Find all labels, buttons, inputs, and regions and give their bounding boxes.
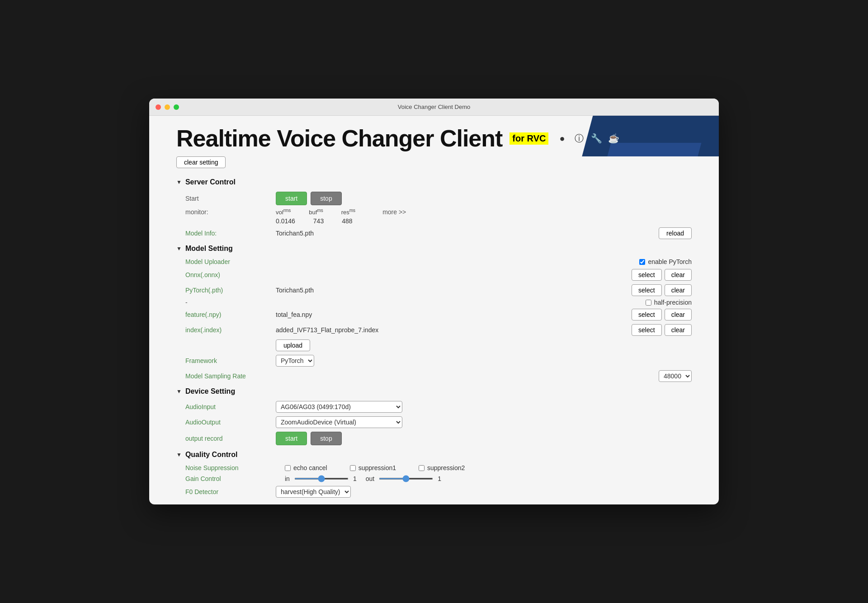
- content-area: clear setting ▼ Server Control Start sta…: [149, 156, 719, 504]
- suppression2-checkbox[interactable]: [419, 465, 425, 471]
- maximize-button[interactable]: [174, 104, 179, 110]
- server-control-arrow[interactable]: ▼: [176, 179, 182, 185]
- output-record-start-button[interactable]: start: [276, 432, 307, 445]
- index-select-button[interactable]: select: [632, 324, 662, 336]
- monitor-row: monitor: volrms bufms resms more >>: [176, 207, 692, 217]
- quality-control-arrow[interactable]: ▼: [176, 452, 182, 458]
- suppression2-text: suppression2: [427, 464, 465, 471]
- half-precision-row: - half-precision: [176, 298, 692, 307]
- gain-control-row: Gain Control in 1 out 1: [176, 473, 692, 484]
- vol-value-cell: 0.0146: [276, 217, 295, 225]
- half-precision-label: half-precision: [646, 299, 692, 306]
- stop-button[interactable]: stop: [311, 192, 341, 205]
- vol-unit: rms: [283, 208, 291, 213]
- model-setting-arrow[interactable]: ▼: [176, 245, 182, 252]
- index-label: index(.index): [185, 326, 276, 334]
- upload-button[interactable]: upload: [276, 339, 310, 351]
- suppression2-label: suppression2: [419, 464, 465, 471]
- output-record-label: output record: [185, 435, 276, 442]
- window-body: Realtime Voice Changer Client for RVC ● …: [149, 116, 719, 504]
- gain-in-slider[interactable]: [294, 478, 349, 480]
- output-record-stop-button[interactable]: stop: [311, 432, 341, 445]
- framework-select[interactable]: PyTorch ONNX: [276, 355, 314, 367]
- help-icon[interactable]: ⓘ: [573, 132, 585, 145]
- model-info-row: Model Info: Torichan5.pth reload: [176, 226, 692, 241]
- settings-icon[interactable]: 🔧: [590, 132, 603, 145]
- model-uploader-row: Model Uploader enable PyTorch: [176, 256, 692, 267]
- quality-control-header: ▼ Quality Control: [176, 451, 692, 459]
- pytorch-select-button[interactable]: select: [632, 284, 662, 296]
- coffee-icon[interactable]: ☕: [607, 132, 620, 145]
- monitor-label: monitor:: [185, 208, 276, 216]
- feature-row: feature(.npy) total_fea.npy select clear: [176, 307, 692, 322]
- sampling-rate-row: Model Sampling Rate 48000 40000 32000: [176, 368, 692, 384]
- index-clear-button[interactable]: clear: [665, 324, 692, 336]
- feature-value: total_fea.npy: [276, 311, 632, 318]
- gain-out-slider[interactable]: [379, 478, 433, 480]
- gain-in-label: in: [285, 475, 290, 482]
- for-rvc-badge: for RVC: [509, 132, 548, 145]
- feature-clear-button[interactable]: clear: [665, 309, 692, 320]
- onnx-select-button[interactable]: select: [632, 269, 662, 281]
- f0-detector-row: F0 Detector harvest(High Quality) dio cr…: [176, 484, 692, 499]
- pytorch-clear-button[interactable]: clear: [665, 284, 692, 296]
- gain-control-label: Gain Control: [185, 475, 276, 482]
- more-link[interactable]: more >>: [382, 208, 406, 216]
- audio-input-select[interactable]: AG06/AG03 (0499:170d): [276, 401, 402, 413]
- github-icon[interactable]: ●: [556, 132, 568, 145]
- vol-value: 0.0146: [276, 217, 295, 225]
- echo-cancel-checkbox[interactable]: [285, 465, 291, 471]
- pytorch-label: PyTorch(.pth): [185, 287, 276, 294]
- clear-setting-button[interactable]: clear setting: [176, 156, 226, 168]
- device-setting-title: Device Setting: [185, 387, 235, 396]
- header-title-row: Realtime Voice Changer Client for RVC ● …: [176, 125, 701, 152]
- enable-pytorch-checkbox[interactable]: [639, 259, 645, 265]
- onnx-row: Onnx(.onnx) select clear: [176, 267, 692, 283]
- reload-button[interactable]: reload: [659, 227, 692, 239]
- res-unit: ms: [349, 208, 355, 213]
- title-bar: Voice Changer Client Demo: [149, 99, 719, 116]
- buf-unit: ms: [317, 208, 323, 213]
- res-value-cell: 488: [342, 217, 352, 225]
- sampling-rate-label: Model Sampling Rate: [185, 372, 276, 380]
- vol-label: volrms: [276, 208, 291, 216]
- monitor-cells: volrms bufms resms more >>: [276, 208, 406, 216]
- audio-output-select[interactable]: ZoomAudioDevice (Virtual): [276, 416, 402, 428]
- close-button[interactable]: [156, 104, 161, 110]
- feature-select-button[interactable]: select: [632, 309, 662, 320]
- model-uploader-label: Model Uploader: [185, 258, 276, 265]
- vol-cell: volrms: [276, 208, 291, 216]
- index-row: index(.index) added_IVF713_Flat_nprobe_7…: [176, 322, 692, 338]
- gain-out-label: out: [366, 475, 374, 482]
- gain-out-value: 1: [438, 475, 441, 482]
- onnx-clear-button[interactable]: clear: [665, 269, 692, 281]
- noise-suppression-label: Noise Suppression: [185, 464, 276, 471]
- buf-value-cell: 743: [313, 217, 324, 225]
- audio-input-label: AudioInput: [185, 403, 276, 410]
- f0-detector-select[interactable]: harvest(High Quality) dio crepe: [276, 486, 351, 498]
- audio-input-row: AudioInput AG06/AG03 (0499:170d): [176, 399, 692, 415]
- minimize-button[interactable]: [165, 104, 170, 110]
- sampling-rate-select[interactable]: 48000 40000 32000: [659, 370, 692, 382]
- device-setting-header: ▼ Device Setting: [176, 387, 692, 396]
- quality-control-title: Quality Control: [185, 451, 238, 459]
- server-control-header: ▼ Server Control: [176, 178, 692, 186]
- suppression1-text: suppression1: [359, 464, 396, 471]
- dash-label: -: [185, 299, 276, 306]
- f0-detector-label: F0 Detector: [185, 488, 276, 495]
- suppression1-label: suppression1: [350, 464, 396, 471]
- audio-output-row: AudioOutput ZoomAudioDevice (Virtual): [176, 415, 692, 430]
- start-button[interactable]: start: [276, 192, 307, 205]
- upload-row: upload: [176, 338, 692, 353]
- suppression1-checkbox[interactable]: [350, 465, 356, 471]
- header-section: Realtime Voice Changer Client for RVC ● …: [149, 116, 719, 156]
- half-precision-checkbox[interactable]: [646, 300, 651, 306]
- window-title: Voice Changer Client Demo: [398, 104, 470, 110]
- device-setting-arrow[interactable]: ▼: [176, 388, 182, 395]
- noise-suppression-row: Noise Suppression echo cancel suppressio…: [176, 462, 692, 473]
- framework-row: Framework PyTorch ONNX: [176, 353, 692, 368]
- echo-cancel-text: echo cancel: [293, 464, 327, 471]
- header-icons: ● ⓘ 🔧 ☕: [556, 132, 620, 145]
- res-cell: resms: [341, 208, 355, 216]
- server-control-title: Server Control: [185, 178, 236, 186]
